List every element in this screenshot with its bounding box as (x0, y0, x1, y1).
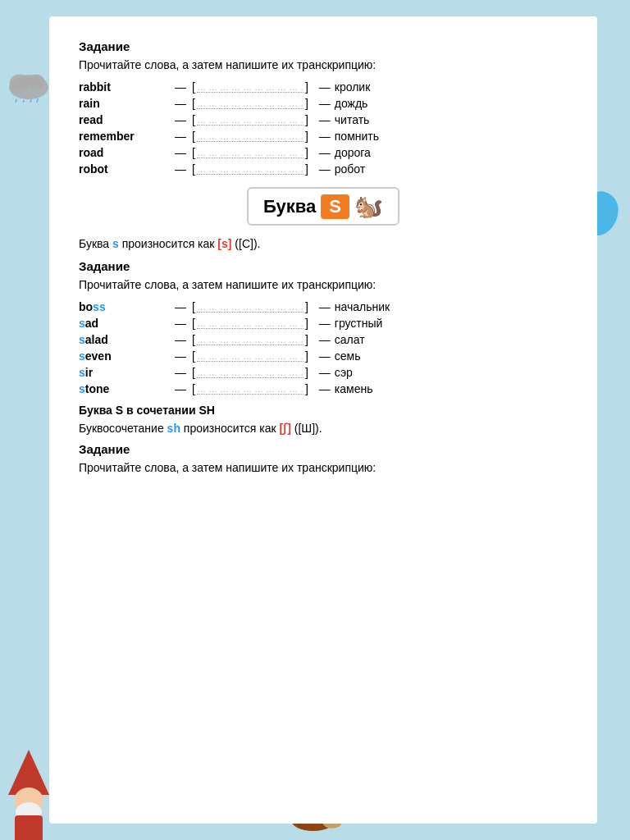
svg-point-1 (10, 75, 30, 92)
section3-title: Задание (79, 442, 568, 456)
table-row: read — [ ………………………… ] — читать (79, 113, 568, 126)
bukva-box: Буква S 🐿️ (247, 187, 399, 226)
word-english: road (79, 146, 169, 159)
word-russian: начальник (335, 300, 390, 313)
table-row: sad — [ ………………………… ] — грустный (79, 317, 568, 330)
table-row: stone — [ ………………………… ] — камень (79, 382, 568, 395)
table-row: seven — [ ………………………… ] — семь (79, 349, 568, 363)
word-english: sir (79, 366, 169, 379)
word-russian: кролик (335, 80, 371, 94)
word-english: robot (79, 162, 169, 176)
section2-text: Прочитайте слова, а затем напишите их тр… (79, 276, 568, 294)
word-english: seven (79, 349, 169, 363)
bukva-letter-s: S (321, 194, 349, 219)
phoneme-description: Буква s произносится как [s] ([С]). (79, 235, 568, 253)
main-page: Задание Прочитайте слова, а затем напиши… (49, 16, 597, 824)
section1-title: Задание (79, 39, 568, 53)
table-row: salad — [ ………………………… ] — салат (79, 333, 568, 346)
svg-line-4 (21, 101, 24, 103)
squirrel-icon: 🐿️ (354, 193, 383, 220)
table-row: rabbit — [ ………………………… ] — кролик (79, 80, 568, 94)
section3-subtitle: Буква S в сочетании SH (79, 404, 568, 417)
word-russian: грустный (335, 317, 383, 330)
word-russian: помнить (335, 130, 379, 143)
table-row: rain — [ ………………………… ] — дождь (79, 97, 568, 110)
table-row: robot — [ ………………………… ] — робот (79, 162, 568, 176)
bukva-banner: Буква S 🐿️ (79, 187, 568, 226)
word-russian: салат (335, 333, 365, 346)
word-english: boss (79, 300, 169, 313)
section3-desc: Буквосочетание sh произносится как [ʃ] (… (79, 420, 568, 437)
table-row: road — [ ………………………… ] — дорога (79, 146, 568, 159)
word-english: remember (79, 130, 169, 143)
word-russian: камень (335, 382, 373, 395)
svg-point-2 (28, 75, 45, 89)
word-russian: читать (335, 113, 370, 126)
table-row: boss — [ ………………………… ] — начальник (79, 300, 568, 313)
table-row: sir — [ ………………………… ] — сэр (79, 366, 568, 379)
svg-line-6 (35, 99, 38, 103)
section2-word-table: boss — [ ………………………… ] — начальник sad — … (79, 300, 568, 395)
section2-title: Задание (79, 259, 568, 273)
word-russian: дождь (335, 97, 368, 110)
section1-text: Прочитайте слова, а затем напишите их тр… (79, 57, 568, 74)
bukva-prefix-text: Буква (263, 196, 316, 217)
word-english: stone (79, 382, 169, 395)
cloud-decoration (4, 66, 53, 103)
word-russian: сэр (335, 366, 353, 379)
word-english: rabbit (79, 80, 169, 94)
svg-rect-10 (15, 815, 43, 840)
svg-line-5 (29, 100, 31, 103)
section1-word-table: rabbit — [ ………………………… ] — кролик rain — … (79, 80, 568, 176)
word-russian: дорога (335, 146, 371, 159)
word-russian: робот (335, 162, 365, 176)
word-english: salad (79, 333, 169, 346)
word-english: rain (79, 97, 169, 110)
table-row: remember — [ ………………………… ] — помнить (79, 130, 568, 143)
word-english: read (79, 113, 169, 126)
section3-text: Прочитайте слова, а затем напишите их тр… (79, 459, 568, 477)
svg-line-3 (14, 99, 16, 103)
word-english: sad (79, 317, 169, 330)
word-russian: семь (335, 349, 361, 363)
